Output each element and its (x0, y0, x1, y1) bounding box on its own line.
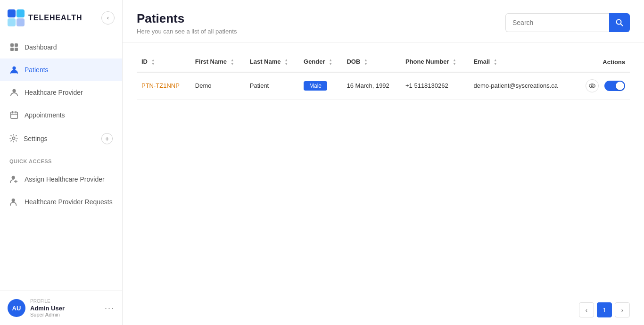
dashboard-label: Dashboard (25, 43, 57, 51)
assign-hp-label: Assign Healthcare Provider (25, 175, 105, 183)
main-header: Patients Here you can see a list of all … (123, 0, 644, 43)
pagination-page-1[interactable]: 1 (597, 302, 612, 317)
svg-rect-6 (10, 48, 14, 51)
svg-rect-0 (8, 9, 16, 17)
patient-first-name: Demo (190, 72, 245, 100)
col-dob[interactable]: DOB ▲▼ (342, 52, 401, 72)
settings-label: Settings (24, 135, 48, 142)
patients-table: ID ▲▼ First Name ▲▼ Last Name ▲▼ Gender … (137, 52, 630, 100)
hp-requests-icon (9, 197, 19, 207)
search-input[interactable] (505, 13, 609, 32)
sidebar-item-appointments[interactable]: Appointments (0, 104, 122, 126)
svg-point-11 (12, 137, 15, 139)
sidebar-item-assign-hp[interactable]: Assign Healthcare Provider (0, 168, 122, 191)
col-first-name[interactable]: First Name ▲▼ (190, 52, 245, 72)
svg-point-9 (12, 89, 16, 92)
appointments-icon (9, 110, 19, 120)
patient-actions (575, 72, 630, 100)
svg-rect-1 (17, 9, 25, 17)
search-icon (616, 19, 623, 26)
settings-add-button[interactable]: + (101, 133, 113, 144)
svg-point-8 (12, 67, 16, 70)
col-last-name[interactable]: Last Name ▲▼ (245, 52, 299, 72)
patient-phone: +1 5118130262 (401, 72, 469, 100)
sidebar: TELEHEALTH ‹ Dashboard Patients (0, 0, 123, 325)
svg-point-12 (12, 176, 15, 179)
sidebar-item-patients[interactable]: Patients (0, 58, 122, 81)
healthcare-provider-label: Healthcare Provider (25, 89, 83, 96)
profile-section: AU PROFILE Admin User Super Admin ··· (0, 291, 122, 325)
profile-role: Super Admin (30, 312, 100, 317)
table-row: PTN-TZ1NNP Demo Patient Male 16 March, 1… (137, 72, 630, 100)
patient-dob: 16 March, 1992 (342, 72, 401, 100)
svg-rect-2 (8, 18, 16, 26)
sort-arrows-dob: ▲▼ (364, 58, 368, 66)
app-name: TELEHEALTH (28, 14, 83, 22)
main-content: Patients Here you can see a list of all … (123, 0, 644, 325)
patient-status-toggle[interactable] (604, 81, 625, 91)
svg-rect-4 (10, 43, 14, 47)
hp-requests-label: Healthcare Provider Requests (25, 198, 113, 206)
svg-rect-10 (11, 112, 17, 119)
table-header-row: ID ▲▼ First Name ▲▼ Last Name ▲▼ Gender … (137, 52, 630, 72)
svg-rect-5 (15, 43, 18, 47)
svg-point-17 (591, 84, 593, 86)
sidebar-logo: TELEHEALTH ‹ (0, 0, 122, 36)
sort-arrows-lastname: ▲▼ (284, 58, 288, 66)
patients-label: Patients (25, 66, 49, 74)
healthcare-provider-icon (9, 88, 19, 97)
logo-area: TELEHEALTH (8, 9, 83, 26)
patient-last-name: Patient (245, 72, 299, 100)
appointments-label: Appointments (25, 111, 65, 119)
col-actions: Actions (575, 52, 630, 72)
dashboard-icon (9, 42, 19, 52)
svg-line-15 (621, 24, 623, 26)
telehealth-logo-icon (8, 9, 25, 26)
svg-rect-7 (15, 48, 18, 51)
profile-name: Admin User (30, 305, 100, 312)
svg-rect-3 (17, 18, 25, 26)
patient-id: PTN-TZ1NNP (137, 72, 190, 100)
view-patient-button[interactable] (586, 79, 599, 92)
profile-label: PROFILE (30, 299, 100, 304)
sort-arrows-email: ▲▼ (494, 58, 497, 66)
page-title: Patients (137, 11, 237, 26)
search-area (505, 13, 630, 32)
settings-icon (9, 134, 18, 144)
col-email[interactable]: Email ▲▼ (469, 52, 574, 72)
svg-point-13 (12, 199, 15, 202)
collapse-button[interactable]: ‹ (101, 11, 115, 25)
patient-email: demo-patient@syscreations.ca (469, 72, 574, 100)
patient-gender: Male (299, 72, 342, 100)
sidebar-item-settings[interactable]: Settings + (0, 126, 122, 151)
patients-icon (9, 65, 19, 75)
quick-access-heading: QUICK ACCESS (0, 151, 122, 168)
col-gender[interactable]: Gender ▲▼ (299, 52, 342, 72)
sidebar-item-healthcare-provider[interactable]: Healthcare Provider (0, 81, 122, 104)
svg-point-16 (589, 83, 595, 87)
assign-hp-icon (9, 175, 19, 184)
sort-arrows-id: ▲▼ (151, 58, 155, 66)
page-subtitle: Here you can see a list of all patients (137, 28, 237, 35)
sort-arrows-phone: ▲▼ (453, 58, 456, 66)
col-phone[interactable]: Phone Number ▲▼ (401, 52, 469, 72)
search-button[interactable] (609, 13, 630, 32)
eye-icon (589, 83, 595, 89)
avatar: AU (8, 299, 25, 317)
pagination: ‹ 1 › (123, 295, 644, 325)
sort-arrows-gender: ▲▼ (329, 58, 332, 66)
profile-menu-button[interactable]: ··· (105, 303, 115, 313)
pagination-prev[interactable]: ‹ (579, 302, 594, 317)
table-container: ID ▲▼ First Name ▲▼ Last Name ▲▼ Gender … (123, 43, 644, 295)
pagination-next[interactable]: › (615, 302, 630, 317)
sort-arrows-firstname: ▲▼ (231, 58, 234, 66)
sidebar-item-dashboard[interactable]: Dashboard (0, 36, 122, 58)
sidebar-item-hp-requests[interactable]: Healthcare Provider Requests (0, 191, 122, 213)
col-id[interactable]: ID ▲▼ (137, 52, 190, 72)
